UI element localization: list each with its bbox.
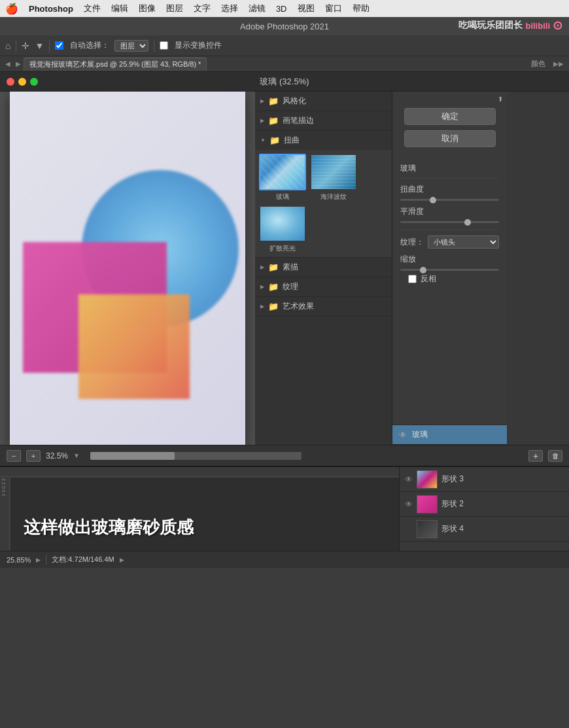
menu-window[interactable]: 窗口 xyxy=(325,3,342,14)
scroll-indicator[interactable] xyxy=(90,452,175,460)
invert-checkbox[interactable] xyxy=(408,275,417,283)
zoom-decrease-button[interactable]: − xyxy=(7,450,21,462)
layer3-name: 形状 3 xyxy=(441,474,464,485)
smooth-slider[interactable] xyxy=(400,221,499,223)
confirm-button[interactable]: 确定 xyxy=(404,108,496,125)
menu-file[interactable]: 文件 xyxy=(84,3,101,14)
filter-thumbnails-distort: 玻璃 海洋波纹 扩散亮光 xyxy=(255,150,392,257)
filter-group-texture-header[interactable]: ▶ 📁 纹理 xyxy=(255,277,392,296)
delete-effect-button[interactable]: 🗑 xyxy=(548,450,562,462)
texture-select[interactable]: 小镜头 xyxy=(428,235,499,249)
arrow-icon[interactable]: ▼ xyxy=(35,41,44,51)
cancel-button[interactable]: 取消 xyxy=(404,130,496,147)
distort-folder-icon: 📁 xyxy=(269,135,280,145)
traffic-lights xyxy=(7,78,38,86)
bottom-panel: 2 0 0 2 2 这样做出玻璃磨砂质感 👁 形状 3 👁 形状 2 👁 形状 xyxy=(0,466,569,551)
glass-thumb-img xyxy=(259,154,306,190)
panel-menu-icon[interactable]: ▶▶ xyxy=(551,60,566,67)
art-folder-icon: 📁 xyxy=(268,302,279,311)
distort-slider-thumb[interactable] xyxy=(430,197,436,203)
color-panel-tab[interactable]: 颜色 xyxy=(526,58,551,70)
menu-edit[interactable]: 编辑 xyxy=(111,3,128,14)
maximize-button[interactable] xyxy=(30,78,38,86)
canvas-image-inner xyxy=(10,92,245,445)
art-arrow: ▶ xyxy=(260,303,264,309)
doc-arrow[interactable]: ▶ xyxy=(120,557,124,563)
zoom-dropdown-arrow[interactable]: ▼ xyxy=(73,452,80,459)
filter-group-distort: ▼ 📁 扭曲 玻璃 xyxy=(255,131,392,258)
smooth-slider-thumb[interactable] xyxy=(464,219,471,226)
apple-menu[interactable]: 🍎 xyxy=(5,3,18,15)
glass-effect-layer[interactable]: 👁 玻璃 xyxy=(392,425,507,445)
filter-group-art-header[interactable]: ▶ 📁 艺术效果 xyxy=(255,297,392,316)
glass-section-title: 玻璃 xyxy=(400,163,499,174)
add-effect-button[interactable]: + xyxy=(528,450,543,462)
filter-canvas-inner[interactable] xyxy=(0,92,255,445)
layer3-eye[interactable]: 👁 xyxy=(405,475,413,484)
minimize-button[interactable] xyxy=(18,78,26,86)
expand-icon[interactable]: ⬆ xyxy=(498,95,503,103)
texture-select-row: 纹理： 小镜头 xyxy=(400,235,499,249)
menu-layer[interactable]: 图层 xyxy=(166,3,183,14)
tab-arrow-right[interactable]: ▶ xyxy=(13,60,24,67)
show-transform-checkbox[interactable] xyxy=(160,41,168,50)
layer-row-shape4[interactable]: 👁 形状 4 xyxy=(400,517,569,542)
stylize-folder-icon: 📁 xyxy=(268,96,279,106)
menu-filter[interactable]: 滤镜 xyxy=(249,3,266,14)
zoom-value: 32.5% xyxy=(46,451,68,460)
move-icon[interactable]: ✛ xyxy=(22,41,29,51)
diffuse-thumb-visual xyxy=(260,207,305,241)
menu-help[interactable]: 帮助 xyxy=(353,3,370,14)
filter-group-stylize-header[interactable]: ▶ 📁 风格化 xyxy=(255,92,392,111)
sketch-folder-icon: 📁 xyxy=(268,262,279,272)
layer-select[interactable]: 图层 xyxy=(114,40,148,52)
filter-thumb-ocean[interactable]: 海洋波纹 xyxy=(310,154,357,201)
filter-group-brush: ▶ 📁 画笔描边 xyxy=(255,111,392,131)
filter-group-brush-header[interactable]: ▶ 📁 画笔描边 xyxy=(255,111,392,130)
auto-select-checkbox[interactable] xyxy=(55,41,63,50)
zoom-add-button[interactable]: + xyxy=(26,450,41,462)
zoom-dropdown[interactable]: ▶ xyxy=(36,557,41,563)
menu-bar: 🍎 Photoshop 文件 编辑 图像 图层 文字 选择 滤镜 3D 视图 窗… xyxy=(0,0,569,17)
title-bar: Adobe Photoshop 2021 吃喝玩乐团团长 bilibili ⊙ xyxy=(0,17,569,35)
texture-folder-icon: 📁 xyxy=(268,282,279,292)
layer-row-shape2[interactable]: 👁 形状 2 xyxy=(400,492,569,517)
home-icon[interactable]: ⌂ xyxy=(5,41,10,51)
toolbar-separator-1 xyxy=(16,39,16,52)
filter-group-distort-header[interactable]: ▼ 📁 扭曲 xyxy=(255,131,392,150)
bili-icon: ⊙ xyxy=(553,18,562,33)
menu-view[interactable]: 视图 xyxy=(298,3,315,14)
texture-label: 纹理 xyxy=(283,281,298,292)
menu-select[interactable]: 选择 xyxy=(221,3,238,14)
menu-3d[interactable]: 3D xyxy=(276,4,287,14)
active-tab[interactable]: 视觉海报玻璃艺术展.psd @ 25.9% (图层 43, RGB/8) * xyxy=(24,58,207,71)
zoom-ctrl-label: 缩放 xyxy=(400,254,499,265)
layer4-eye[interactable]: 👁 xyxy=(405,525,413,534)
ruler-area xyxy=(0,467,399,477)
layer-visibility-eye[interactable]: 👁 xyxy=(399,430,407,440)
zoom-slider-thumb[interactable] xyxy=(420,267,426,273)
menu-text[interactable]: 文字 xyxy=(194,3,211,14)
brush-folder-icon: 📁 xyxy=(268,116,279,126)
filter-group-sketch-header[interactable]: ▶ 📁 素描 xyxy=(255,258,392,277)
close-button[interactable] xyxy=(7,78,14,86)
filter-right: ▶ 📁 风格化 ▶ 📁 画笔描边 ▼ 📁 扭曲 xyxy=(255,92,569,445)
layer4-name: 形状 4 xyxy=(441,523,464,534)
filter-thumb-glass[interactable]: 玻璃 xyxy=(259,154,306,201)
filter-gallery-list: ▶ 📁 风格化 ▶ 📁 画笔描边 ▼ 📁 扭曲 xyxy=(255,92,392,445)
app-name[interactable]: Photoshop xyxy=(29,4,73,14)
glass-effect-name: 玻璃 xyxy=(412,429,428,440)
tab-arrow-left[interactable]: ◀ xyxy=(3,60,13,67)
zoom-slider[interactable] xyxy=(400,269,499,271)
glass-controls-section: 玻璃 扭曲度 平滑度 xyxy=(392,158,507,292)
subtitle-area: 这样做出玻璃磨砂质感 xyxy=(10,477,399,551)
smooth-label: 平滑度 xyxy=(400,206,499,217)
distort-slider[interactable] xyxy=(400,199,499,201)
layer-row-shape3[interactable]: 👁 形状 3 xyxy=(400,467,569,492)
filter-thumb-diffuse[interactable]: 扩散亮光 xyxy=(259,205,306,253)
filter-dialog-body: ▶ 📁 风格化 ▶ 📁 画笔描边 ▼ 📁 扭曲 xyxy=(0,92,569,445)
menu-image[interactable]: 图像 xyxy=(139,3,156,14)
layer2-eye[interactable]: 👁 xyxy=(405,500,413,509)
filter-dialog-title: 玻璃 (32.5%) xyxy=(260,76,309,88)
filter-group-texture: ▶ 📁 纹理 xyxy=(255,277,392,297)
